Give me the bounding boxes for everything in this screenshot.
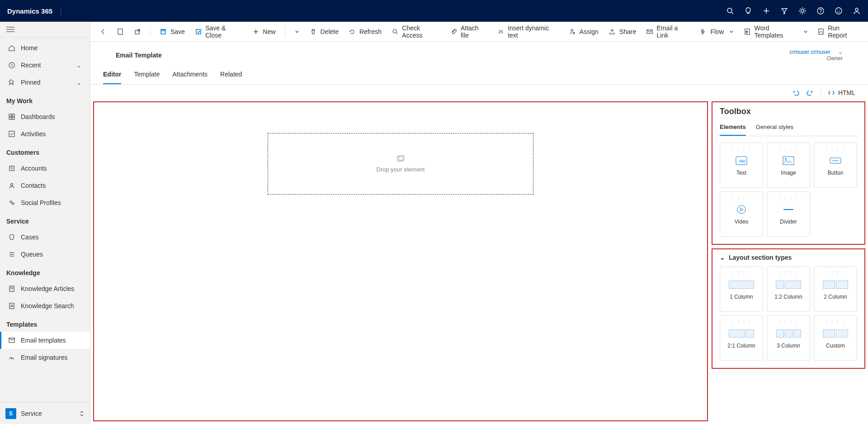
word-templates-button[interactable]: Word Templates xyxy=(740,24,811,39)
help-icon[interactable] xyxy=(816,7,825,15)
run-report-button[interactable]: Run Report xyxy=(814,24,863,39)
svg-rect-32 xyxy=(196,29,201,34)
nav-dashboards-label: Dashboards xyxy=(21,113,55,120)
layout-2-1-column[interactable]: ⋮⋮⋮⋮2:1 Column xyxy=(720,315,763,361)
tab-template[interactable]: Template xyxy=(134,67,160,84)
nav-accounts[interactable]: Accounts xyxy=(0,160,90,177)
element-video[interactable]: ⋮⋮⋮⋮Video xyxy=(720,191,763,237)
new-label: New xyxy=(263,28,276,35)
layout-custom[interactable]: ⋮⋮⋮⋮Custom xyxy=(814,315,857,361)
undo-button[interactable] xyxy=(792,89,800,97)
layout-title: Layout section types xyxy=(729,254,792,261)
nav-home[interactable]: Home xyxy=(0,39,90,57)
lightbulb-icon[interactable] xyxy=(744,7,752,15)
owner-chevron-icon[interactable]: ⌄ xyxy=(838,49,843,55)
tab-related[interactable]: Related xyxy=(220,67,242,84)
nav-recent[interactable]: Recent⌄ xyxy=(0,57,90,74)
refresh-button[interactable]: Refresh xyxy=(345,24,385,39)
app-title: Dynamics 365 xyxy=(7,7,61,15)
svg-point-10 xyxy=(855,8,858,11)
area-label: Service xyxy=(21,410,42,417)
save-button[interactable]: Save xyxy=(156,24,189,39)
element-text[interactable]: ⋮⋮⋮⋮AbcText xyxy=(720,143,763,188)
svg-point-7 xyxy=(835,8,842,14)
insert-dynamic-button[interactable]: Insert dynamic text xyxy=(494,24,562,39)
nav-contacts[interactable]: Contacts xyxy=(0,177,90,194)
email-link-button[interactable]: Email a Link xyxy=(642,24,693,39)
nav-pinned[interactable]: Pinned⌄ xyxy=(0,74,90,91)
nav-recent-label: Recent xyxy=(21,62,41,69)
nav-dashboards[interactable]: Dashboards xyxy=(0,108,90,125)
svg-rect-25 xyxy=(9,303,14,309)
nav-social-label: Social Profiles xyxy=(21,199,61,206)
nav-email-templates[interactable]: Email templates xyxy=(0,332,90,349)
layout-1-column[interactable]: ⋮⋮⋮⋮1 Column xyxy=(720,267,763,312)
new-dropdown[interactable] xyxy=(291,24,303,39)
nav-ksearch-label: Knowledge Search xyxy=(21,302,74,310)
open-new-window-button[interactable] xyxy=(130,24,145,39)
nav-contacts-label: Contacts xyxy=(21,182,46,189)
drop-zone[interactable]: Drop your element xyxy=(268,133,533,195)
new-button[interactable]: New xyxy=(249,24,279,39)
nav-group-templates: Templates xyxy=(0,314,90,332)
svg-rect-18 xyxy=(12,117,14,119)
nav-accounts-label: Accounts xyxy=(21,165,47,172)
svg-rect-28 xyxy=(118,29,123,34)
gear-icon[interactable] xyxy=(798,7,807,15)
element-divider[interactable]: ⋮⋮⋮⋮Divider xyxy=(767,191,810,237)
design-canvas[interactable]: Drop your element xyxy=(93,101,708,421)
layout-3-column[interactable]: ⋮⋮⋮⋮3 Column xyxy=(767,315,810,361)
nav-email-signatures[interactable]: Email signatures xyxy=(0,349,90,366)
layout-2-column[interactable]: ⋮⋮⋮⋮2 Column xyxy=(814,267,857,312)
delete-button[interactable]: Delete xyxy=(306,24,342,39)
tab-attachments[interactable]: Attachments xyxy=(172,67,208,84)
nav-home-label: Home xyxy=(21,44,38,52)
filter-icon[interactable] xyxy=(780,7,788,15)
panel-button[interactable] xyxy=(113,24,127,39)
redo-button[interactable] xyxy=(806,89,814,97)
plus-icon[interactable] xyxy=(762,7,770,15)
attach-file-button[interactable]: Attach file xyxy=(447,24,491,39)
nav-activities[interactable]: Activities xyxy=(0,125,90,143)
svg-rect-31 xyxy=(162,29,165,31)
toolbox-tab-general-styles[interactable]: General styles xyxy=(756,121,793,136)
nav-email-templates-label: Email templates xyxy=(21,337,66,344)
save-close-button[interactable]: Save & Close xyxy=(191,24,246,39)
save-label: Save xyxy=(170,28,185,35)
svg-point-22 xyxy=(10,201,12,203)
nav-knowledge-search[interactable]: Knowledge Search xyxy=(0,297,90,314)
tab-editor[interactable]: Editor xyxy=(103,67,121,84)
element-button[interactable]: ⋮⋮⋮⋮Button xyxy=(814,143,857,188)
svg-point-45 xyxy=(785,158,787,160)
nav-queues[interactable]: Queues xyxy=(0,246,90,263)
share-button[interactable]: Share xyxy=(605,24,640,39)
owner-field[interactable]: crmuser crmuser ⌄ Owner xyxy=(790,49,855,62)
back-button[interactable] xyxy=(96,24,110,39)
search-icon[interactable] xyxy=(726,7,734,15)
area-letter: S xyxy=(5,408,16,419)
chevron-down-icon: ⌄ xyxy=(720,254,725,261)
nav-social-profiles[interactable]: Social Profiles xyxy=(0,194,90,211)
hamburger-icon[interactable] xyxy=(6,26,84,33)
command-bar: Save Save & Close New Delete Refresh Che… xyxy=(90,22,868,42)
element-image[interactable]: ⋮⋮⋮⋮Image xyxy=(767,143,810,188)
nav-cases[interactable]: Cases xyxy=(0,229,90,246)
owner-name[interactable]: crmuser crmuser xyxy=(790,49,830,55)
smile-icon[interactable] xyxy=(835,7,843,15)
flow-label: Flow xyxy=(711,28,724,35)
html-button[interactable]: HTML xyxy=(827,89,855,97)
nav-email-signatures-label: Email signatures xyxy=(21,354,68,361)
layout-1-2-column[interactable]: ⋮⋮⋮⋮1:2 Column xyxy=(767,267,810,312)
flow-button[interactable]: Flow xyxy=(696,24,738,39)
refresh-label: Refresh xyxy=(359,28,382,35)
user-icon[interactable] xyxy=(853,7,861,15)
area-switcher[interactable]: S Service xyxy=(0,402,90,424)
assign-button[interactable]: Assign xyxy=(565,24,602,39)
owner-label: Owner xyxy=(790,55,843,62)
chevron-down-icon: ⌄ xyxy=(76,62,82,69)
nav-knowledge-articles[interactable]: Knowledge Articles xyxy=(0,280,90,297)
layout-section-header[interactable]: ⌄ Layout section types xyxy=(720,254,857,261)
svg-point-9 xyxy=(840,10,840,11)
check-access-button[interactable]: Check Access xyxy=(388,24,444,39)
toolbox-tab-elements[interactable]: Elements xyxy=(720,121,746,136)
